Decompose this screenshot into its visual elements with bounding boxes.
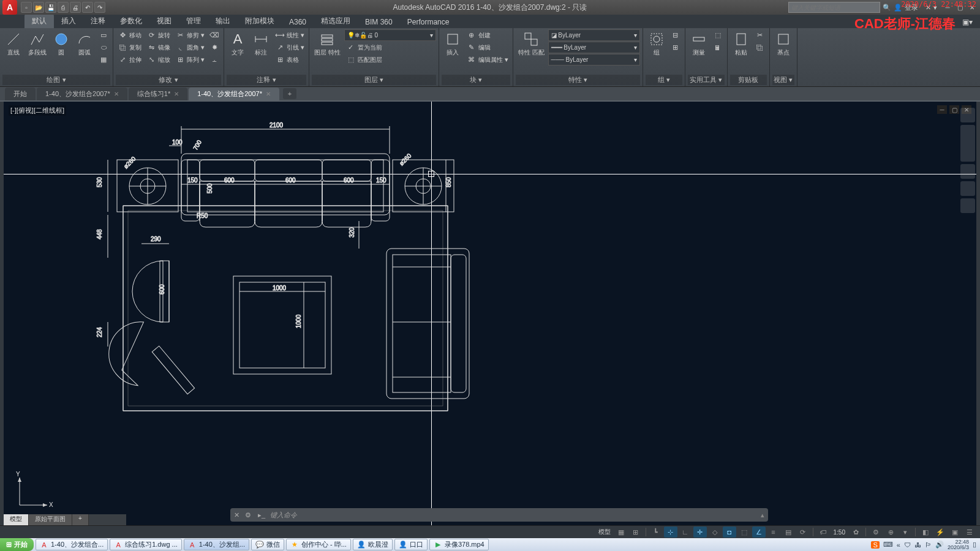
lweight-icon[interactable]: ≡	[767, 527, 780, 538]
match-props-button[interactable]: 特性 匹配	[516, 29, 547, 57]
isolate-icon[interactable]: ◧	[919, 527, 932, 538]
panel-modify-title[interactable]: 修改 ▾	[116, 75, 221, 85]
group-edit-icon[interactable]: ⊞	[669, 42, 682, 53]
layer-setcurrent[interactable]: ✓置为当前	[344, 42, 436, 53]
array-button[interactable]: ⊞阵列 ▾	[173, 54, 206, 66]
tab-performance[interactable]: Performance	[400, 16, 457, 28]
tray-network-icon[interactable]: 🖧	[914, 541, 921, 549]
qat-saveas-icon[interactable]: ⎙	[58, 2, 69, 13]
task-item[interactable]: 👤口口	[394, 539, 428, 550]
tray-sogou-icon[interactable]: S	[871, 541, 879, 549]
color-dropdown[interactable]: ◪ ByLayer▾	[548, 29, 640, 41]
panel-layer-title[interactable]: 图层 ▾	[312, 75, 436, 85]
erase-icon[interactable]: ⌫	[208, 29, 221, 41]
search-icon[interactable]: 🔍	[883, 4, 891, 12]
osnap-icon[interactable]: ◘	[723, 527, 736, 538]
panel-util-title[interactable]: 实用工具 ▾	[688, 75, 725, 85]
task-item[interactable]: ▶录像378.mp4	[429, 539, 489, 550]
explode-icon[interactable]: ✸	[208, 42, 221, 53]
qat-redo-icon[interactable]: ↷	[94, 2, 105, 13]
tab-a360[interactable]: A360	[282, 16, 314, 28]
rotate-button[interactable]: ⟳旋转	[145, 29, 172, 41]
move-button[interactable]: ✥移动	[116, 29, 143, 41]
block-edit[interactable]: ✎编辑	[465, 42, 510, 53]
layout-1[interactable]: 原始平面图	[29, 514, 72, 525]
iso-icon[interactable]: ◇	[708, 527, 722, 538]
app-logo[interactable]: A	[2, 0, 17, 15]
text-button[interactable]: A文字	[227, 29, 249, 57]
qat-save-icon[interactable]: 💾	[45, 2, 56, 13]
viewcube-icon[interactable]	[960, 108, 975, 122]
stretch-button[interactable]: ⤢拉伸	[116, 54, 143, 66]
grid-icon[interactable]: ▦	[614, 527, 628, 538]
hatch-icon[interactable]: ▦	[97, 54, 110, 66]
otrack-icon[interactable]: ∠	[752, 527, 766, 538]
annovisibility-icon[interactable]: ✿	[849, 527, 862, 538]
qat-undo-icon[interactable]: ↶	[82, 2, 93, 13]
nav-wheel-icon[interactable]	[960, 125, 975, 162]
group-button[interactable]: 组	[646, 29, 668, 57]
cleanscreen-icon[interactable]: ▣	[948, 527, 962, 538]
panel-draw-title[interactable]: 绘图 ▾	[2, 75, 110, 85]
task-item[interactable]: ★创作中心 - 哔...	[286, 539, 351, 550]
group-ungroup-icon[interactable]: ⊟	[669, 29, 682, 41]
tab-output[interactable]: 输出	[208, 14, 238, 28]
qat-plot-icon[interactable]: 🖨	[70, 2, 81, 13]
drawing-canvas[interactable]: [-][俯视][二维线框] ─ ▢ ✕	[4, 102, 976, 525]
lineweight-dropdown[interactable]: ━━━ ByLayer▾	[548, 42, 640, 53]
dimension-button[interactable]: 标注	[250, 29, 272, 57]
line-button[interactable]: 直线	[2, 29, 24, 57]
nav-orbit-icon[interactable]	[960, 198, 975, 213]
tab-default[interactable]: 默认	[24, 14, 54, 28]
dynamic-input-icon[interactable]: ⊹	[664, 527, 677, 538]
task-item[interactable]: 💬微信	[251, 539, 284, 550]
cmdline-customize-icon[interactable]: ⚙	[243, 510, 253, 520]
task-item[interactable]: 👤欧晨澄	[353, 539, 393, 550]
scale-button[interactable]: ⤡缩放	[145, 54, 172, 66]
tab-bim360[interactable]: BIM 360	[358, 16, 400, 28]
insert-block-button[interactable]: 插入	[442, 29, 464, 57]
block-create[interactable]: ⊕创建	[465, 29, 510, 41]
panel-annot-title[interactable]: 注释 ▾	[227, 75, 306, 85]
layout-add[interactable]: +	[72, 514, 89, 525]
help-search-input[interactable]	[788, 2, 880, 13]
monitor-icon[interactable]: ⊕	[884, 527, 897, 538]
panel-clip-title[interactable]: 剪贴板	[730, 75, 767, 85]
tab-annotate[interactable]: 注释	[83, 14, 113, 28]
close-tab-icon[interactable]: ✕	[266, 91, 271, 97]
tray-expand-icon[interactable]: «	[897, 541, 900, 549]
cmdline-close-icon[interactable]: ✕	[234, 511, 239, 519]
tab-collapse-icon[interactable]: ▣▾	[955, 16, 980, 28]
cut-icon[interactable]: ✂	[753, 29, 767, 41]
circle-button[interactable]: 圆	[50, 29, 72, 57]
cmdline-history-icon[interactable]: ▴	[761, 511, 764, 519]
tray-shield-icon[interactable]: 🛡	[904, 541, 911, 549]
task-item[interactable]: A综合练习1.dwg ...	[110, 539, 182, 550]
tray-ime-icon[interactable]: ⌨	[883, 541, 893, 549]
units-icon[interactable]: ▾	[899, 527, 912, 538]
trim-button[interactable]: ✂修剪 ▾	[173, 29, 206, 41]
linear-button[interactable]: ⟷线性 ▾	[273, 29, 306, 41]
file-tab-start[interactable]: 开始	[5, 88, 36, 100]
nav-pan-icon[interactable]	[960, 164, 975, 179]
vp-maximize-icon[interactable]: ▢	[949, 105, 959, 114]
3dosnap-icon[interactable]: ⬚	[737, 527, 751, 538]
status-model[interactable]: 模型	[596, 528, 613, 536]
transparency-icon[interactable]: ▤	[782, 527, 795, 538]
tab-insert[interactable]: 插入	[54, 14, 83, 28]
measure-button[interactable]: 测量	[688, 29, 710, 57]
tab-parametric[interactable]: 参数化	[113, 14, 149, 28]
add-tab-button[interactable]: +	[283, 88, 296, 99]
ellipse-icon[interactable]: ⬭	[97, 42, 110, 53]
linetype-dropdown[interactable]: ─── ByLayer▾	[548, 54, 640, 66]
ortho-icon[interactable]: ∟	[679, 527, 692, 538]
workspace-icon[interactable]: ⚙	[869, 527, 883, 538]
scale-value[interactable]: 1:50	[831, 529, 848, 536]
panel-block-title[interactable]: 块 ▾	[442, 75, 510, 85]
vp-minimize-icon[interactable]: ─	[937, 105, 947, 114]
cycling-icon[interactable]: ⟳	[796, 527, 810, 538]
annoscale-icon[interactable]: 🏷	[816, 527, 830, 538]
calc-icon[interactable]: 🖩	[711, 42, 725, 53]
layer-props-button[interactable]: 图层 特性	[312, 29, 343, 57]
panel-group-title[interactable]: 组 ▾	[646, 75, 682, 85]
